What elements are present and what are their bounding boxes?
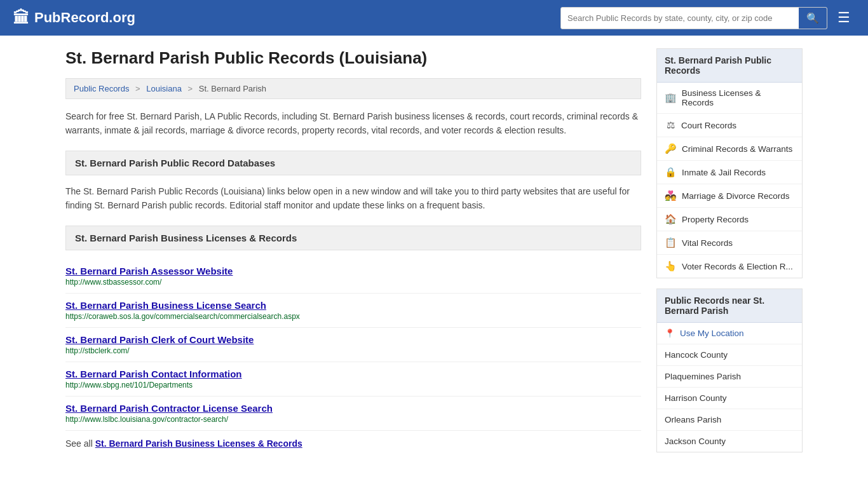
nearby-place-link[interactable]: Harrison County — [665, 393, 727, 403]
main-content: St. Bernard Parish Public Records (Louis… — [65, 48, 641, 463]
record-link-url: http://www.lslbc.louisiana.gov/contracto… — [65, 415, 641, 424]
page-title: St. Bernard Parish Public Records (Louis… — [65, 48, 641, 68]
business-section-header: St. Bernard Parish Business Licenses & R… — [65, 226, 641, 250]
sidebar-record-item[interactable]: 💑 Marriage & Divorce Records — [657, 184, 802, 208]
sidebar-item-label[interactable]: Business Licenses & Records — [682, 88, 794, 107]
sidebar-item-icon: 🏢 — [665, 92, 677, 104]
sidebar-item-icon: 🏠 — [665, 214, 677, 225]
nearby-place-item[interactable]: Orleans Parish — [657, 409, 802, 431]
nearby-place-link[interactable]: Hancock County — [665, 350, 728, 360]
sidebar-record-item[interactable]: 🔒 Inmate & Jail Records — [657, 161, 802, 184]
record-link-item: St. Bernard Parish Contractor License Se… — [65, 396, 641, 431]
intro-text: Search for free St. Bernard Parish, LA P… — [65, 109, 641, 138]
sidebar-item-label[interactable]: Vital Records — [682, 238, 733, 248]
sidebar-item-icon: 🔑 — [665, 143, 677, 154]
sidebar-record-item[interactable]: 📋 Vital Records — [657, 231, 802, 255]
record-link-title[interactable]: St. Bernard Parish Business License Sear… — [65, 300, 266, 311]
search-input[interactable] — [561, 9, 799, 27]
record-link-title[interactable]: St. Bernard Parish Assessor Website — [65, 266, 233, 276]
record-link-title[interactable]: St. Bernard Parish Clerk of Court Websit… — [65, 334, 254, 345]
sidebar-record-item[interactable]: ⚖ Court Records — [657, 114, 802, 137]
record-link-url: https://coraweb.sos.la.gov/commercialsea… — [65, 312, 641, 321]
databases-section-desc: The St. Bernard Parish Public Records (L… — [65, 184, 641, 213]
record-link-url: http://stbclerk.com/ — [65, 346, 641, 355]
record-link-item: St. Bernard Parish Business License Sear… — [65, 294, 641, 328]
sidebar-item-label[interactable]: Property Records — [682, 215, 749, 224]
sidebar-records-title: St. Bernard Parish Public Records — [657, 49, 802, 83]
record-link-item: St. Bernard Parish Assessor Website http… — [65, 259, 641, 294]
site-header: 🏛 PubRecord.org 🔍 ☰ — [0, 0, 868, 36]
nearby-place-link[interactable]: Plaquemines Parish — [665, 372, 741, 381]
record-link-url: http://www.stbassessor.com/ — [65, 278, 641, 287]
sidebar-nearby-title: Public Records near St. Bernard Parish — [657, 289, 802, 323]
sidebar-item-icon: 📋 — [665, 237, 677, 248]
databases-section-header: St. Bernard Parish Public Record Databas… — [65, 151, 641, 175]
site-logo[interactable]: 🏛 PubRecord.org — [13, 8, 135, 28]
sidebar-records-box: St. Bernard Parish Public Records 🏢 Busi… — [656, 48, 803, 278]
nearby-place-item[interactable]: Plaquemines Parish — [657, 366, 802, 388]
record-link-url: http://www.sbpg.net/101/Departments — [65, 381, 641, 390]
see-all-section: See all St. Bernard Parish Business Lice… — [65, 438, 641, 449]
header-right: 🔍 ☰ — [560, 7, 855, 29]
breadcrumb-public-records[interactable]: Public Records — [74, 84, 129, 93]
use-location-item[interactable]: 📍 Use My Location — [657, 323, 802, 344]
logo-text: PubRecord.org — [34, 10, 135, 26]
sidebar-item-label[interactable]: Court Records — [681, 121, 736, 130]
sidebar-item-label[interactable]: Voter Records & Election R... — [682, 262, 793, 271]
record-link-item: St. Bernard Parish Clerk of Court Websit… — [65, 328, 641, 362]
sidebar-records-items: 🏢 Business Licenses & Records ⚖ Court Re… — [657, 83, 802, 278]
sidebar: St. Bernard Parish Public Records 🏢 Busi… — [656, 48, 803, 463]
sidebar-item-label[interactable]: Marriage & Divorce Records — [682, 191, 790, 201]
record-links-list: St. Bernard Parish Assessor Website http… — [65, 259, 641, 431]
main-container: St. Bernard Parish Public Records (Louis… — [53, 36, 815, 475]
sidebar-item-icon: ⚖ — [665, 119, 676, 131]
nearby-place-link[interactable]: Orleans Parish — [665, 415, 721, 424]
sidebar-item-icon: 👆 — [665, 261, 677, 272]
nearby-place-item[interactable]: Harrison County — [657, 388, 802, 409]
record-link-item: St. Bernard Parish Contact Information h… — [65, 362, 641, 396]
location-icon: 📍 — [665, 329, 675, 338]
breadcrumb-sep-2: > — [188, 84, 193, 93]
sidebar-record-item[interactable]: 👆 Voter Records & Election R... — [657, 255, 802, 278]
record-link-title[interactable]: St. Bernard Parish Contact Information — [65, 369, 242, 379]
search-bar: 🔍 — [560, 7, 827, 29]
nearby-place-item[interactable]: Jackson County — [657, 431, 802, 452]
see-all-link[interactable]: St. Bernard Parish Business Licenses & R… — [95, 438, 302, 449]
breadcrumb-sep-1: > — [135, 84, 140, 93]
sidebar-nearby-box: Public Records near St. Bernard Parish 📍… — [656, 288, 803, 452]
breadcrumb-louisiana[interactable]: Louisiana — [146, 84, 182, 93]
sidebar-record-item[interactable]: 🔑 Criminal Records & Warrants — [657, 137, 802, 161]
hamburger-menu-button[interactable]: ☰ — [832, 7, 855, 29]
sidebar-record-item[interactable]: 🏠 Property Records — [657, 208, 802, 231]
breadcrumb: Public Records > Louisiana > St. Bernard… — [65, 78, 641, 99]
sidebar-item-icon: 💑 — [665, 190, 677, 201]
sidebar-item-icon: 🔒 — [665, 166, 677, 178]
nearby-place-link[interactable]: Jackson County — [665, 437, 726, 446]
sidebar-item-label[interactable]: Criminal Records & Warrants — [682, 144, 792, 154]
sidebar-record-item[interactable]: 🏢 Business Licenses & Records — [657, 83, 802, 114]
use-location-label: Use My Location — [680, 329, 744, 338]
see-all-text: See all — [65, 438, 95, 449]
search-button[interactable]: 🔍 — [799, 8, 827, 29]
nearby-places-list: Hancock CountyPlaquemines ParishHarrison… — [657, 344, 802, 452]
sidebar-item-label[interactable]: Inmate & Jail Records — [682, 168, 766, 177]
nearby-place-item[interactable]: Hancock County — [657, 344, 802, 366]
breadcrumb-current: St. Bernard Parish — [199, 84, 266, 93]
logo-building-icon: 🏛 — [13, 8, 29, 28]
record-link-title[interactable]: St. Bernard Parish Contractor License Se… — [65, 403, 273, 414]
